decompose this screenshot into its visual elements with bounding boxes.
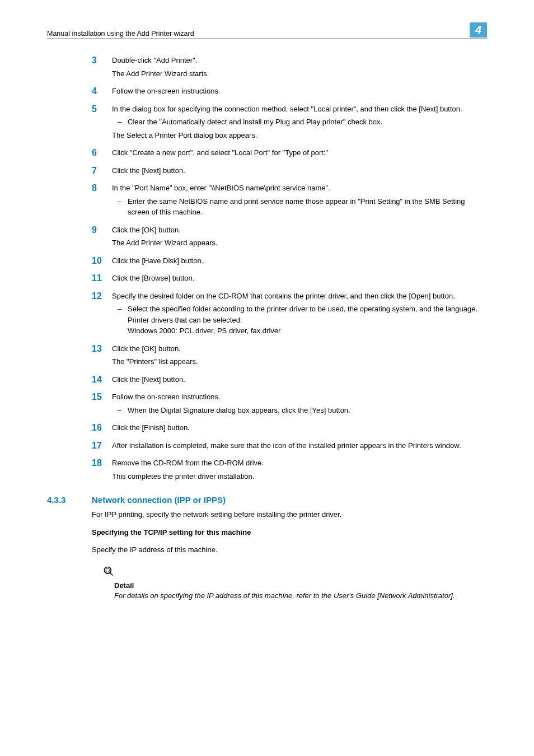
step-text: The "Printers" list appears. xyxy=(112,356,487,367)
step-text: Click the [Next] button. xyxy=(112,374,487,385)
step-number: 6 xyxy=(92,147,112,159)
sub-text: Clear the "Automatically detect and inst… xyxy=(128,116,487,128)
step-text: Click the [OK] button. xyxy=(112,225,487,236)
sub-text-line: Printer drivers that can be selected: xyxy=(128,316,242,324)
section-title: Network connection (IPP or IPPS) xyxy=(92,495,226,505)
step-body: Follow the on-screen instructions. xyxy=(112,86,487,99)
step-text: Click the [Finish] button. xyxy=(112,422,487,433)
dash-icon: – xyxy=(118,196,128,207)
step-number: 12 xyxy=(92,291,112,302)
step-text: Click the [OK] button. xyxy=(112,343,487,354)
step-text: Click the [Have Disk] button. xyxy=(112,255,487,267)
step-number: 8 xyxy=(92,183,112,194)
step-body: Click the [OK] button. The Add Printer W… xyxy=(112,225,487,251)
step-body: Click the [Next] button. xyxy=(112,165,487,179)
sub-item: – Select the specified folder according … xyxy=(118,304,487,337)
step-text: Click the [Browse] button. xyxy=(112,273,487,284)
step-item: 3 Double-click "Add Printer". The Add Pr… xyxy=(92,55,487,81)
step-text: This completes the printer driver instal… xyxy=(112,471,487,482)
step-text: After installation is completed, make su… xyxy=(112,440,487,451)
step-text: In the dialog box for specifying the con… xyxy=(112,104,487,115)
step-body: In the "Port Name" box, enter "\\NetBIOS… xyxy=(112,183,487,220)
step-item: 4 Follow the on-screen instructions. xyxy=(92,86,487,99)
sub-text: When the Digital Signature dialog box ap… xyxy=(128,405,487,416)
sub-text-line: Select the specified folder according to… xyxy=(128,305,477,313)
step-body: Click the [Have Disk] button. xyxy=(112,255,487,269)
step-item: 6 Click "Create a new port", and select … xyxy=(92,147,487,161)
header-title: Manual installation using the Add Printe… xyxy=(47,30,194,38)
step-number: 17 xyxy=(92,440,112,452)
page: Manual installation using the Add Printe… xyxy=(0,0,534,756)
dash-icon: – xyxy=(118,116,128,128)
step-body: In the dialog box for specifying the con… xyxy=(112,104,487,143)
page-header: Manual installation using the Add Printe… xyxy=(47,22,487,39)
step-body: Remove the CD-ROM from the CD-ROM drive.… xyxy=(112,458,487,484)
step-body: Click the [Next] button. xyxy=(112,374,487,388)
step-number: 5 xyxy=(92,104,112,115)
step-item: 15 Follow the on-screen instructions. – … xyxy=(92,391,487,418)
step-item: 14 Click the [Next] button. xyxy=(92,374,487,388)
step-body: After installation is completed, make su… xyxy=(112,440,487,454)
sub-item: – When the Digital Signature dialog box … xyxy=(118,405,487,416)
step-item: 9 Click the [OK] button. The Add Printer… xyxy=(92,225,487,251)
step-text: The Add Printer Wizard starts. xyxy=(112,68,487,80)
steps-list: 3 Double-click "Add Printer". The Add Pr… xyxy=(92,55,487,484)
step-text: Follow the on-screen instructions. xyxy=(112,86,487,97)
dash-icon: – xyxy=(118,405,128,416)
sub-text: Select the specified folder according to… xyxy=(128,304,487,337)
step-item: 13 Click the [OK] button. The "Printers"… xyxy=(92,343,487,370)
step-body: Click the [Finish] button. xyxy=(112,422,487,436)
section-subtext: Specify the IP address of this machine. xyxy=(92,544,487,556)
section-body: For IPP printing, specify the network se… xyxy=(92,509,487,556)
step-text: Follow the on-screen instructions. xyxy=(112,391,487,403)
step-item: 5 In the dialog box for specifying the c… xyxy=(92,104,487,143)
step-number: 18 xyxy=(92,458,112,469)
step-text: The Add Printer Wizard appears. xyxy=(112,237,487,249)
step-body: Specify the desired folder on the CD-ROM… xyxy=(112,291,487,339)
step-number: 10 xyxy=(92,255,112,267)
step-body: Double-click "Add Printer". The Add Prin… xyxy=(112,55,487,81)
step-text: Click the [Next] button. xyxy=(112,165,487,176)
detail-label: Detail xyxy=(114,581,487,591)
chapter-number-box: 4 xyxy=(470,22,487,38)
step-item: 17 After installation is completed, make… xyxy=(92,440,487,454)
sub-text-line: Windows 2000: PCL driver, PS driver, fax… xyxy=(128,326,280,335)
step-text: Specify the desired folder on the CD-ROM… xyxy=(112,291,487,302)
step-item: 7 Click the [Next] button. xyxy=(92,165,487,179)
step-number: 9 xyxy=(92,225,112,236)
step-number: 13 xyxy=(92,343,112,355)
sub-text: Enter the same NetBIOS name and print se… xyxy=(128,196,487,218)
step-text: Click "Create a new port", and select "L… xyxy=(112,147,487,158)
step-body: Click the [Browse] button. xyxy=(112,273,487,286)
svg-line-2 xyxy=(110,572,113,575)
step-body: Click the [OK] button. The "Printers" li… xyxy=(112,343,487,370)
step-item: 16 Click the [Finish] button. xyxy=(92,422,487,436)
magnifier-icon xyxy=(103,566,114,577)
step-item: 8 In the "Port Name" box, enter "\\NetBI… xyxy=(92,183,487,220)
step-text: The Select a Printer Port dialog box app… xyxy=(112,130,487,141)
step-text: Double-click "Add Printer". xyxy=(112,55,487,66)
step-text: In the "Port Name" box, enter "\\NetBIOS… xyxy=(112,183,487,194)
step-number: 4 xyxy=(92,86,112,97)
step-number: 16 xyxy=(92,422,112,434)
section-subheading: Specifying the TCP/IP setting for this m… xyxy=(92,527,487,538)
dash-icon: – xyxy=(118,304,128,315)
detail-text: For details on specifying the IP address… xyxy=(114,591,487,601)
section-heading: 4.3.3 Network connection (IPP or IPPS) xyxy=(47,495,487,505)
detail-block: Detail For details on specifying the IP … xyxy=(114,581,487,601)
step-text: Remove the CD-ROM from the CD-ROM drive. xyxy=(112,458,487,469)
step-number: 7 xyxy=(92,165,112,177)
svg-point-1 xyxy=(106,568,110,572)
step-item: 11 Click the [Browse] button. xyxy=(92,273,487,286)
step-number: 11 xyxy=(92,273,112,284)
sub-item: – Enter the same NetBIOS name and print … xyxy=(118,196,487,218)
sub-item: – Clear the "Automatically detect and in… xyxy=(118,116,487,128)
svg-point-0 xyxy=(105,567,111,573)
step-number: 3 xyxy=(92,55,112,67)
section-intro: For IPP printing, specify the network se… xyxy=(92,509,487,520)
detail-icon-row xyxy=(103,566,487,578)
step-number: 15 xyxy=(92,391,112,403)
step-item: 18 Remove the CD-ROM from the CD-ROM dri… xyxy=(92,458,487,484)
step-body: Follow the on-screen instructions. – Whe… xyxy=(112,391,487,418)
step-item: 12 Specify the desired folder on the CD-… xyxy=(92,291,487,339)
